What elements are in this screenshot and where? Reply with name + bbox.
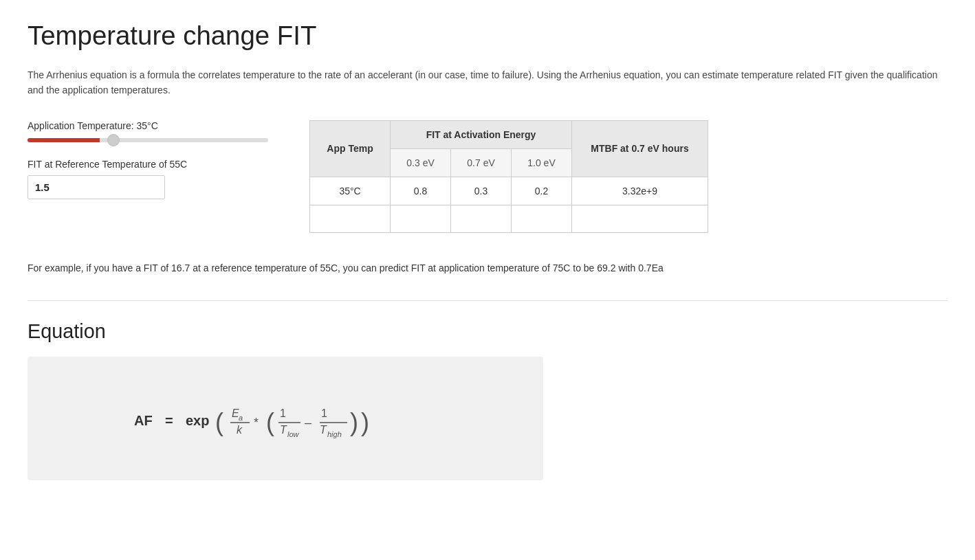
svg-text:1: 1 [280, 407, 286, 419]
equation-title: Equation [28, 320, 947, 343]
svg-text:AF: AF [134, 413, 153, 428]
col-app-temp-header: App Temp [310, 120, 391, 177]
cell-fit-07: 0.3 [451, 177, 512, 205]
page-title: Temperature change FIT [28, 21, 947, 51]
col-10ev-header: 1.0 eV [512, 148, 572, 177]
fit-input[interactable] [28, 175, 165, 199]
svg-text:low: low [287, 430, 300, 438]
svg-text:high: high [327, 430, 342, 438]
svg-text:T: T [320, 424, 327, 436]
equation-svg: text { fill: #555; } .bold { font-weight… [113, 384, 457, 453]
svg-text:a: a [239, 414, 243, 422]
results-table-container: App Temp FIT at Activation Energy MTBF a… [309, 120, 708, 233]
app-temp-slider[interactable] [28, 138, 268, 142]
svg-text:*: * [254, 416, 259, 429]
svg-text:1: 1 [321, 407, 327, 419]
left-controls: Application Temperature: 35°C FIT at Ref… [28, 120, 268, 199]
equation-box: text { fill: #555; } .bold { font-weight… [28, 357, 543, 480]
svg-text:=: = [165, 413, 173, 428]
cell-fit-03: 0.8 [391, 177, 451, 205]
svg-text:–: – [305, 416, 311, 429]
svg-text:): ) [350, 408, 358, 436]
main-section: Application Temperature: 35°C FIT at Ref… [28, 120, 947, 233]
svg-text:(: ( [266, 408, 274, 436]
page-description: The Arrhenius equation is a formula the … [28, 67, 947, 98]
example-text: For example, if you have a FIT of 16.7 a… [28, 260, 947, 276]
fit-label: FIT at Reference Temperature of 55C [28, 159, 268, 170]
col-fit-header: FIT at Activation Energy [391, 120, 572, 148]
table-row-empty [310, 205, 708, 232]
col-03ev-header: 0.3 eV [391, 148, 451, 177]
col-mtbf-header: MTBF at 0.7 eV hours [572, 120, 708, 177]
svg-text:T: T [280, 424, 287, 436]
results-table: App Temp FIT at Activation Energy MTBF a… [309, 120, 708, 233]
svg-text:k: k [237, 424, 243, 436]
col-07ev-header: 0.7 eV [451, 148, 512, 177]
svg-text:): ) [361, 408, 369, 436]
svg-text:(: ( [215, 408, 223, 436]
svg-text:exp: exp [186, 413, 209, 428]
table-row: 35°C 0.8 0.3 0.2 3.32e+9 [310, 177, 708, 205]
cell-app-temp: 35°C [310, 177, 391, 205]
section-divider [28, 300, 947, 301]
cell-fit-10: 0.2 [512, 177, 572, 205]
app-temp-label: Application Temperature: 35°C [28, 120, 268, 131]
cell-mtbf: 3.32e+9 [572, 177, 708, 205]
